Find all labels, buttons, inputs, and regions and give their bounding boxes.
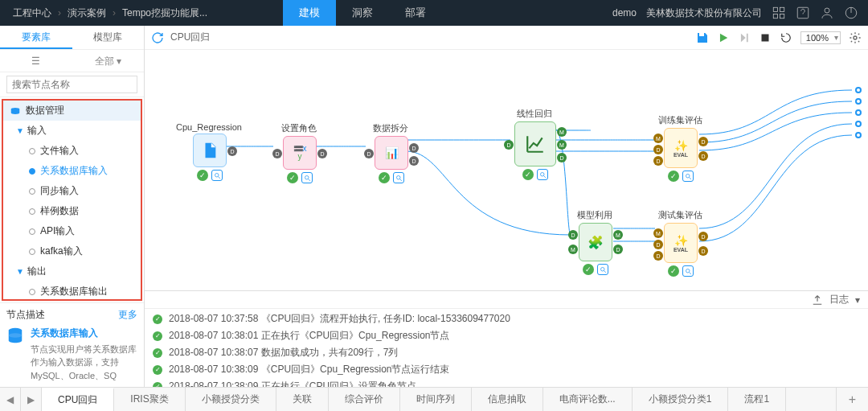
- tab-insight[interactable]: 洞察: [336, 0, 389, 26]
- tree-item[interactable]: 文件输入: [3, 141, 141, 161]
- tree-category-input[interactable]: ▼输入: [3, 121, 141, 141]
- sheet-tab[interactable]: 综合评价: [329, 388, 400, 411]
- step-icon[interactable]: [738, 31, 751, 44]
- circle-icon: [29, 289, 35, 295]
- loop-icon[interactable]: [780, 31, 792, 44]
- tree-header[interactable]: 数据管理: [3, 101, 141, 121]
- sheet-tab[interactable]: CPU回归: [42, 388, 114, 411]
- gear-icon[interactable]: [849, 31, 862, 44]
- flow-canvas[interactable]: Cpu_Regression D ✓ 设置角色 🟰xy D D ✓ 数据拆分 📊…: [145, 50, 868, 290]
- refresh-icon[interactable]: [151, 31, 164, 44]
- flow-node-train-eval[interactable]: 训练集评估 ✨EVAL M D D D D ✓: [656, 114, 706, 182]
- success-icon: ✓: [379, 172, 390, 183]
- grid-icon[interactable]: [772, 6, 786, 20]
- port-out[interactable]: M: [557, 140, 567, 150]
- flow-node-cpu-regression[interactable]: Cpu_Regression D ✓: [185, 122, 235, 181]
- flow-node-linear-regression[interactable]: 线性回归 D M M D ✓: [510, 108, 560, 180]
- preview-icon[interactable]: [301, 172, 313, 183]
- tree-category-output[interactable]: ▼输出: [3, 261, 141, 282]
- sheet-tab[interactable]: 信息抽取: [472, 388, 543, 411]
- port-out[interactable]: D: [698, 151, 708, 161]
- sheet-tab[interactable]: 电商评论数...: [543, 388, 633, 411]
- port-out[interactable]: D: [698, 246, 708, 256]
- breadcrumb-item[interactable]: 工程中心: [13, 6, 51, 20]
- sheet-tab[interactable]: IRIS聚类: [114, 388, 185, 411]
- add-sheet-button[interactable]: +: [836, 388, 868, 411]
- sheet-tab[interactable]: 流程1: [728, 388, 786, 411]
- filter-all[interactable]: 全部 ▾: [72, 50, 145, 72]
- port-out[interactable]: D: [409, 143, 419, 153]
- flow-node-split[interactable]: 数据拆分 📊 D D D ✓: [366, 122, 416, 183]
- tree-item[interactable]: kafka输入: [3, 241, 141, 261]
- preview-icon[interactable]: [682, 265, 694, 277]
- port-in[interactable]: M: [653, 134, 663, 143]
- sheet-tab[interactable]: 小额授贷分类: [186, 388, 276, 411]
- port-out[interactable]: D: [698, 137, 708, 146]
- port-out[interactable]: D: [409, 156, 419, 166]
- power-icon[interactable]: [844, 6, 858, 20]
- port-out[interactable]: D: [317, 149, 327, 158]
- port-out[interactable]: D: [227, 146, 237, 156]
- port-out[interactable]: D: [557, 153, 567, 162]
- bottom-tabs: ◀ ▶ CPU回归 IRIS聚类 小额授贷分类 关联 综合评价 时间序列 信息抽…: [0, 387, 868, 411]
- flow-node-set-role[interactable]: 设置角色 🟰xy D D ✓: [275, 122, 325, 183]
- help-icon[interactable]: [796, 6, 810, 20]
- tree-item[interactable]: 关系数据库输入: [3, 161, 141, 181]
- scroll-left-button[interactable]: ◀: [0, 388, 21, 411]
- port-in[interactable]: M: [653, 228, 663, 238]
- success-icon: ✓: [287, 172, 298, 183]
- preview-icon[interactable]: [682, 171, 694, 182]
- more-link[interactable]: 更多: [118, 308, 137, 322]
- port-in[interactable]: D: [653, 156, 663, 166]
- port-in[interactable]: D: [653, 145, 663, 154]
- port-in[interactable]: D: [504, 140, 514, 150]
- breadcrumb-item[interactable]: Tempo挖掘功能展...: [122, 6, 207, 20]
- play-icon[interactable]: [717, 31, 730, 44]
- port-out[interactable]: M: [613, 230, 623, 240]
- tree-item[interactable]: 关系数据库输出: [3, 282, 141, 301]
- sheet-tab[interactable]: 时间序列: [400, 388, 472, 411]
- port-out[interactable]: D: [613, 245, 623, 254]
- sheet-tab[interactable]: 关联: [276, 388, 329, 411]
- port-in[interactable]: D: [653, 240, 663, 249]
- search-input[interactable]: [6, 76, 137, 93]
- tree-item[interactable]: 同步输入: [3, 181, 141, 201]
- preview-icon[interactable]: [597, 264, 608, 275]
- port-out[interactable]: M: [557, 127, 567, 137]
- preview-icon[interactable]: [211, 170, 223, 181]
- preview-icon[interactable]: [537, 169, 548, 180]
- anchor-dot[interactable]: [855, 132, 862, 138]
- port-in[interactable]: D: [568, 230, 578, 240]
- zoom-select[interactable]: 100%: [800, 31, 841, 44]
- preview-icon[interactable]: [393, 172, 404, 183]
- list-icon[interactable]: ☰: [0, 50, 72, 72]
- port-in[interactable]: D: [364, 149, 374, 158]
- success-icon: ✓: [522, 169, 534, 180]
- tab-elements[interactable]: 要素库: [0, 26, 72, 49]
- sheet-tab[interactable]: 小额授贷分类1: [633, 388, 729, 411]
- anchor-dot[interactable]: [855, 87, 862, 93]
- tree-item[interactable]: API输入: [3, 221, 141, 241]
- tab-build[interactable]: 建模: [283, 0, 336, 26]
- breadcrumb-item[interactable]: 演示案例: [68, 6, 106, 20]
- log-line: ✓2018-08-07 10:38:09 《CPU回归》Cpu_Regressi…: [153, 361, 860, 378]
- log-body[interactable]: ✓2018-08-07 10:37:58 《CPU回归》流程开始执行, 任务ID…: [145, 309, 868, 387]
- save-icon[interactable]: [696, 31, 709, 44]
- port-in[interactable]: M: [568, 245, 578, 254]
- anchor-dot[interactable]: [855, 98, 862, 105]
- scroll-right-button[interactable]: ▶: [21, 388, 42, 411]
- port-out[interactable]: D: [698, 232, 708, 241]
- port-in[interactable]: D: [272, 149, 282, 158]
- tree-item[interactable]: 样例数据: [3, 201, 141, 221]
- flow-node-test-eval[interactable]: 测试集评估 ✨EVAL M D D D D ✓: [656, 209, 706, 277]
- flow-node-model-apply[interactable]: 模型利用 🧩 D M M D ✓: [571, 209, 620, 275]
- tab-models[interactable]: 模型库: [72, 26, 145, 49]
- export-icon[interactable]: [812, 294, 823, 306]
- anchor-dot[interactable]: [855, 109, 862, 116]
- tab-deploy[interactable]: 部署: [389, 0, 442, 26]
- port-in[interactable]: D: [653, 251, 663, 261]
- stop-icon[interactable]: [759, 31, 772, 44]
- chevron-down-icon[interactable]: ▾: [855, 294, 860, 306]
- anchor-dot[interactable]: [855, 121, 862, 127]
- user-icon[interactable]: [820, 6, 834, 20]
